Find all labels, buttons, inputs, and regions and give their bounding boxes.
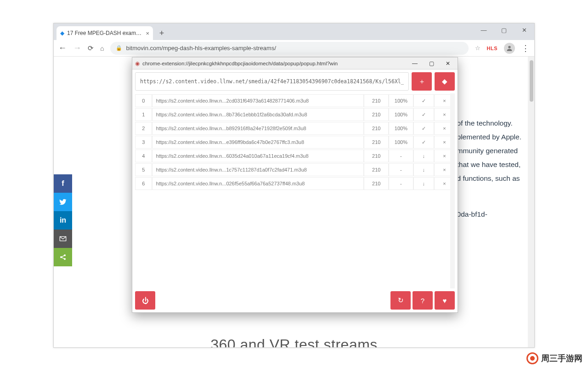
star-icon[interactable]: ☆ xyxy=(475,45,481,52)
menu-icon[interactable]: ⋮ xyxy=(521,43,530,53)
clear-button[interactable]: ◆ xyxy=(435,72,455,91)
row-size: 210 xyxy=(364,177,389,190)
refresh-button[interactable]: ↻ xyxy=(390,291,411,310)
reload-button[interactable]: ⟳ xyxy=(88,44,94,52)
table-row: 1https://s2.content.video.llnw.n...8b736… xyxy=(135,108,455,121)
popup-footer: ⏻ ↻ ? ♥ xyxy=(135,291,455,310)
table-row: 0https://s2.content.video.llnw.n...2cd03… xyxy=(135,94,455,107)
watermark: 周三手游网 xyxy=(526,352,582,364)
row-percent: 100% xyxy=(389,94,413,107)
row-url[interactable]: https://s2.content.video.llnw.n...1c757c… xyxy=(152,163,364,176)
close-button[interactable]: ✕ xyxy=(514,23,534,36)
popup-favicon-icon: ◉ xyxy=(135,60,140,67)
list-scrollbar[interactable] xyxy=(450,93,455,288)
plus-icon: ＋ xyxy=(418,77,425,86)
row-percent: - xyxy=(389,177,413,190)
share-facebook-button[interactable]: f xyxy=(54,174,72,193)
row-percent: 100% xyxy=(389,108,413,121)
popup-close-button[interactable]: ✕ xyxy=(441,60,455,67)
tab-bar: ◆ 17 Free MPEG-DASH example an × + xyxy=(54,23,534,40)
stream-url-input[interactable] xyxy=(135,72,409,91)
refresh-icon: ↻ xyxy=(398,296,404,305)
url-text: bitmovin.com/mpeg-dash-hls-examples-samp… xyxy=(126,45,276,52)
row-url[interactable]: https://s2.content.video.llnw.n...8b736c… xyxy=(152,108,364,121)
row-size: 210 xyxy=(364,163,389,176)
row-size: 210 xyxy=(364,122,389,135)
row-url[interactable]: https://s2.content.video.llnw.n...b89291… xyxy=(152,122,364,135)
row-status-icon[interactable]: ✓ xyxy=(413,94,434,107)
power-button[interactable]: ⏻ xyxy=(135,291,155,310)
stream-list: 0https://s2.content.video.llnw.n...2cd03… xyxy=(135,93,455,288)
favicon-icon: ◆ xyxy=(60,30,64,36)
table-row: 2https://s2.content.video.llnw.n...b8929… xyxy=(135,122,455,135)
row-url[interactable]: https://s2.content.video.llnw.n...026f5e… xyxy=(152,177,364,190)
table-row: 6https://s2.content.video.llnw.n...026f5… xyxy=(135,177,455,190)
url-input[interactable]: 🔒 bitmovin.com/mpeg-dash-hls-examples-sa… xyxy=(110,42,468,55)
popup-titlebar: ◉ chrome-extension://jilecpnkcgkhkhnpcdb… xyxy=(132,58,458,69)
row-status-icon[interactable]: ↓ xyxy=(413,150,434,162)
profile-avatar[interactable] xyxy=(504,43,515,54)
power-icon: ⏻ xyxy=(142,297,149,305)
page-scrollbar[interactable] xyxy=(528,57,534,347)
row-index: 0 xyxy=(135,94,152,107)
row-index: 6 xyxy=(135,177,152,190)
row-percent: - xyxy=(389,150,413,162)
hls-extension-badge[interactable]: HLS xyxy=(487,46,498,51)
url-input-row: ＋ ◆ xyxy=(135,72,455,91)
popup-minimize-button[interactable]: — xyxy=(408,60,422,67)
share-email-button[interactable] xyxy=(54,230,72,248)
social-share-rail: f in xyxy=(54,174,72,266)
new-tab-button[interactable]: + xyxy=(156,27,168,39)
question-icon: ? xyxy=(421,297,424,305)
lock-icon: 🔒 xyxy=(116,45,122,51)
row-url[interactable]: https://s2.content.video.llnw.n...2cd031… xyxy=(152,94,364,107)
table-row: 5https://s2.content.video.llnw.n...1c757… xyxy=(135,163,455,176)
tab-title: 17 Free MPEG-DASH example an xyxy=(67,30,143,36)
favorite-button[interactable]: ♥ xyxy=(435,291,455,310)
row-percent: 100% xyxy=(389,122,413,135)
row-size: 210 xyxy=(364,108,389,121)
row-index: 5 xyxy=(135,163,152,176)
popup-maximize-button[interactable]: ▢ xyxy=(424,60,438,67)
row-url[interactable]: https://s2.content.video.llnw.n...6035d2… xyxy=(152,150,364,162)
row-index: 1 xyxy=(135,108,152,121)
row-index: 4 xyxy=(135,150,152,162)
browser-tab[interactable]: ◆ 17 Free MPEG-DASH example an × xyxy=(57,26,153,40)
row-status-icon[interactable]: ↓ xyxy=(413,163,434,176)
forward-button[interactable]: → xyxy=(73,43,81,53)
row-percent: - xyxy=(389,163,413,176)
row-size: 210 xyxy=(364,94,389,107)
share-more-button[interactable] xyxy=(54,248,72,266)
row-url[interactable]: https://s2.content.video.llnw.n...e396ff… xyxy=(152,136,364,149)
heart-icon: ♥ xyxy=(443,297,447,305)
add-button[interactable]: ＋ xyxy=(412,72,432,91)
row-index: 3 xyxy=(135,136,152,149)
popup-title-text: chrome-extension://jilecpnkcgkhkhnpcdbpc… xyxy=(142,61,405,66)
eraser-icon: ◆ xyxy=(442,77,447,86)
row-status-icon[interactable]: ↓ xyxy=(413,177,434,190)
table-row: 3https://s2.content.video.llnw.n...e396f… xyxy=(135,136,455,149)
watermark-logo-icon xyxy=(526,352,538,364)
row-status-icon[interactable]: ✓ xyxy=(413,122,434,135)
section-heading: 360 and VR test streams xyxy=(54,336,534,347)
row-size: 210 xyxy=(364,136,389,149)
tab-close-icon[interactable]: × xyxy=(146,30,149,37)
extension-popup-window: ◉ chrome-extension://jilecpnkcgkhkhnpcdb… xyxy=(132,57,458,313)
row-percent: 100% xyxy=(389,136,413,149)
row-index: 2 xyxy=(135,122,152,135)
minimize-button[interactable]: — xyxy=(474,23,494,36)
table-row: 4https://s2.content.video.llnw.n...6035d… xyxy=(135,150,455,162)
maximize-button[interactable]: ▢ xyxy=(494,23,514,36)
svg-point-0 xyxy=(508,46,510,48)
share-twitter-button[interactable] xyxy=(54,193,72,211)
share-linkedin-button[interactable]: in xyxy=(54,211,72,230)
help-button[interactable]: ? xyxy=(413,291,433,310)
row-status-icon[interactable]: ✓ xyxy=(413,108,434,121)
back-button[interactable]: ← xyxy=(58,43,67,53)
window-controls: — ▢ ✕ xyxy=(474,23,534,36)
row-status-icon[interactable]: ✓ xyxy=(413,136,434,149)
page-paragraph: of the technology. plemented by Apple. m… xyxy=(457,116,521,221)
row-size: 210 xyxy=(364,150,389,162)
address-bar: ← → ⟳ ⌂ 🔒 bitmovin.com/mpeg-dash-hls-exa… xyxy=(54,40,534,57)
home-button[interactable]: ⌂ xyxy=(100,45,104,52)
